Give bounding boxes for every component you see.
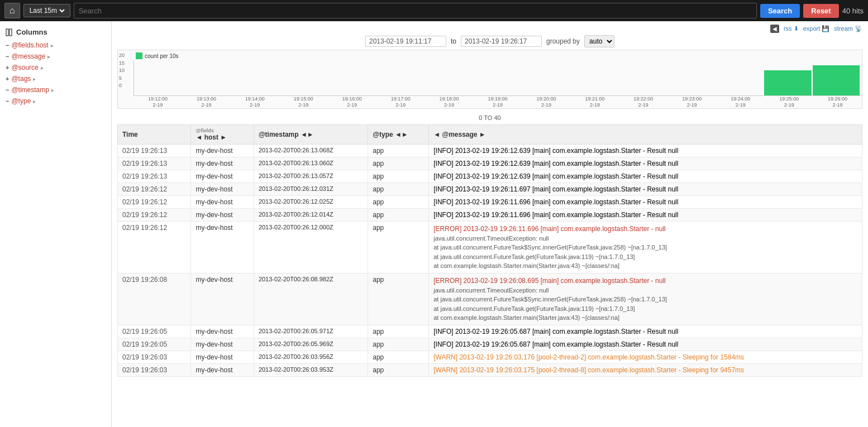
legend-label: count per 10s [145,53,179,59]
cell-timestamp: 2013-02-20T00:26:08.982Z [254,273,368,325]
cell-message: [ERROR] 2013-02-19 19:26:11.696 [main] c… [429,221,862,273]
sidebar-triangle: ▸ [41,65,44,71]
time-range-selector[interactable]: Last 15m Last 5m Last 30m Last 1h Last 2… [23,4,70,17]
bar-col[interactable] [764,60,811,95]
cell-host: my-dev-host [191,363,254,376]
x-label: 19:23:002-19 [667,96,716,108]
bar-col[interactable] [667,60,714,95]
chart-bars [133,60,862,96]
cell-time: 02/19 19:26:12 [118,221,191,273]
cell-host: my-dev-host [191,208,254,221]
sidebar-item-source[interactable]: + @source ▸ [0,62,111,73]
th-timestamp[interactable]: @timestamp ◄► [254,124,368,144]
sidebar-item-fields-host[interactable]: − @fields.host ▸ [0,40,111,51]
sidebar-field-link[interactable]: @type [11,97,31,105]
table-row[interactable]: 02/19 19:26:12my-dev-host2013-02-20T00:2… [118,195,862,208]
top-bar: ⌂ Last 15m Last 5m Last 30m Last 1h Last… [0,0,868,21]
th-type[interactable]: @type ◄► [368,124,429,144]
cell-host: my-dev-host [191,273,254,325]
cell-host: my-dev-host [191,325,254,338]
table-row[interactable]: 02/19 19:26:05my-dev-host2013-02-20T00:2… [118,338,862,351]
cell-timestamp: 2013-02-20T00:26:12.031Z [254,183,368,195]
sidebar-item-tags[interactable]: + @tags ▸ [0,73,111,84]
cell-message: [INFO] 2013-02-19 19:26:12.639 [main] co… [429,170,862,183]
content-area: ◀ rss ⬇ export 💾 stream 📡 to grouped by … [112,21,868,427]
bar-col[interactable] [813,60,860,95]
table-row[interactable]: 02/19 19:26:03my-dev-host2013-02-20T00:2… [118,363,862,376]
table-row[interactable]: 02/19 19:26:12my-dev-host2013-02-20T00:2… [118,221,862,273]
sidebar-item-message[interactable]: − @message ▸ [0,51,111,62]
x-label: 19:24:002-19 [716,96,765,108]
date-range-bar: to grouped by auto 1m 5m 10s [117,35,862,47]
bar-col[interactable] [523,60,570,95]
th-message[interactable]: ◄ @message ► [429,124,862,144]
sidebar-field-link[interactable]: @fields.host [11,41,48,49]
sidebar-item-type[interactable]: − @type ▸ [0,95,111,107]
hits-count: 40 hits [842,7,864,15]
sidebar-field-link[interactable]: @message [11,52,45,60]
bar-col[interactable] [136,60,183,95]
chart-legend: count per 10s [133,52,862,60]
x-label: 19:26:002-19 [813,96,862,108]
table-row[interactable]: 02/19 19:26:12my-dev-host2013-02-20T00:2… [118,183,862,195]
bar-col[interactable] [716,60,763,95]
svg-rect-1 [9,29,12,36]
cell-host: my-dev-host [191,170,254,183]
sidebar-triangle: ▸ [51,87,54,93]
table-row[interactable]: 02/19 19:26:05my-dev-host2013-02-20T00:2… [118,325,862,338]
bar-col[interactable] [233,60,280,95]
table-row[interactable]: 02/19 19:26:13my-dev-host2013-02-20T00:2… [118,170,862,183]
bar-col[interactable] [619,60,666,95]
bar-col[interactable] [426,60,473,95]
table-row[interactable]: 02/19 19:26:13my-dev-host2013-02-20T00:2… [118,157,862,170]
reset-button[interactable]: Reset [803,4,838,18]
bar-col[interactable] [281,60,328,95]
result-count: 0 TO 40 [117,112,862,124]
date-from-input[interactable] [365,36,446,47]
collapse-left-button[interactable]: ◀ [770,25,779,33]
cell-timestamp: 2013-02-20T00:26:12.000Z [254,221,368,273]
cell-message: [INFO] 2013-02-19 19:26:11.696 [main] co… [429,195,862,208]
sidebar-item-timestamp[interactable]: − @timestamp ▸ [0,84,111,95]
cell-timestamp: 2013-02-20T00:26:03.956Z [254,351,368,363]
table-row[interactable]: 02/19 19:26:03my-dev-host2013-02-20T00:2… [118,351,862,363]
table-row[interactable]: 02/19 19:26:13my-dev-host2013-02-20T00:2… [118,144,862,157]
table-row[interactable]: 02/19 19:26:12my-dev-host2013-02-20T00:2… [118,208,862,221]
sidebar-field-link[interactable]: @timestamp [11,86,49,94]
bar-col[interactable] [474,60,521,95]
search-button[interactable]: Search [760,4,800,18]
date-to-input[interactable] [461,36,542,47]
cell-timestamp: 2013-02-20T00:26:13.057Z [254,170,368,183]
bar-col[interactable] [378,60,425,95]
sidebar-toggle: − [6,42,9,49]
main-area: Columns − @fields.host ▸ − @message ▸ + … [0,21,868,427]
bar-col[interactable] [184,60,231,95]
cell-message: [ERROR] 2013-02-19 19:26:08.695 [main] c… [429,273,862,325]
cell-time: 02/19 19:26:03 [118,363,191,376]
home-button[interactable]: ⌂ [4,3,20,18]
chart-plot[interactable]: count per 10s 19:12:002-1919:13:002-1919… [133,52,862,108]
sidebar-toggle: − [6,98,9,104]
sidebar-field-link[interactable]: @source [11,64,38,71]
rss-link[interactable]: rss ⬇ [784,25,799,32]
th-time: Time [118,124,191,144]
table-row[interactable]: 02/19 19:26:08my-dev-host2013-02-20T00:2… [118,273,862,325]
cell-time: 02/19 19:26:05 [118,325,191,338]
cell-message: [INFO] 2013-02-19 19:26:05.687 [main] co… [429,325,862,338]
grouped-by-select[interactable]: auto 1m 5m 10s [584,35,614,47]
cell-time: 02/19 19:26:12 [118,208,191,221]
export-link[interactable]: export 💾 [803,25,830,32]
grouped-by-label: grouped by [546,37,580,45]
x-label: 19:16:002-19 [328,96,376,108]
bar-col[interactable] [330,60,376,95]
stream-link[interactable]: stream 📡 [834,25,862,32]
sidebar-field-link[interactable]: @tags [11,75,31,83]
cell-host: my-dev-host [191,338,254,351]
bar-col[interactable] [571,60,618,95]
time-range-dropdown[interactable]: Last 15m Last 5m Last 30m Last 1h Last 2… [27,6,66,15]
cell-type: app [368,325,429,338]
sidebar: Columns − @fields.host ▸ − @message ▸ + … [0,21,112,427]
x-label: 19:20:002-19 [522,96,571,108]
th-host[interactable]: @fields ◄ host ► [191,124,254,144]
search-input[interactable] [74,3,757,18]
